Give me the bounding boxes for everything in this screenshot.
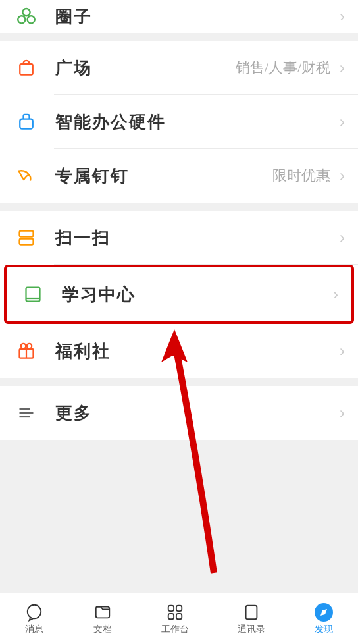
nav-label: 发现	[315, 624, 333, 635]
nav-discover[interactable]: 发现	[314, 603, 334, 635]
list-item-more[interactable]: 更多 ›	[0, 386, 358, 440]
item-label: 福利社	[55, 340, 340, 363]
section-1: 圈子 ›	[0, 0, 358, 33]
nav-contacts[interactable]: 通讯录	[238, 603, 265, 635]
item-label: 专属钉钉	[55, 165, 272, 188]
chevron-right-icon: ›	[340, 59, 345, 77]
grid-icon	[165, 603, 185, 622]
device-icon	[13, 109, 39, 135]
wing-icon	[13, 163, 39, 189]
bottom-nav: 消息 文档 工作台 通讯录 发现	[0, 593, 358, 644]
book-icon	[20, 281, 46, 308]
item-subtitle: 销售/人事/财税	[236, 58, 330, 78]
circles-icon	[13, 3, 39, 30]
list-item-scan[interactable]: 扫一扫 ›	[0, 211, 358, 265]
svg-point-12	[21, 344, 26, 349]
svg-point-1	[18, 16, 25, 23]
list-item-hardware[interactable]: 智能办公硬件 ›	[0, 95, 358, 149]
item-label: 智能办公硬件	[55, 111, 340, 134]
nav-label: 通讯录	[238, 624, 265, 635]
chevron-right-icon: ›	[340, 404, 345, 422]
svg-point-2	[28, 16, 35, 23]
list-item-circles[interactable]: 圈子 ›	[0, 0, 358, 33]
svg-point-13	[27, 344, 32, 349]
item-label: 扫一扫	[55, 227, 340, 250]
svg-point-0	[22, 9, 30, 16]
scan-icon	[13, 225, 39, 251]
nav-messages[interactable]: 消息	[24, 603, 44, 635]
message-icon	[24, 603, 44, 622]
contacts-icon	[242, 603, 261, 622]
svg-rect-3	[20, 64, 33, 75]
svg-rect-24	[176, 613, 182, 618]
svg-rect-5	[20, 231, 34, 237]
more-icon	[13, 400, 39, 426]
chevron-right-icon: ›	[340, 167, 345, 185]
highlight-box: 学习中心 ›	[4, 265, 354, 324]
gift-icon	[13, 338, 39, 364]
section-2: 广场 销售/人事/财税 › 智能办公硬件 › 专属钉钉 限时优惠 ›	[0, 41, 358, 203]
nav-label: 工作台	[161, 624, 189, 635]
list-item-learning[interactable]: 学习中心 ›	[7, 267, 351, 321]
svg-rect-4	[20, 119, 33, 129]
doc-icon	[93, 603, 113, 622]
chevron-right-icon: ›	[340, 342, 345, 360]
chevron-right-icon: ›	[340, 113, 345, 131]
section-3: 扫一扫 › 学习中心 › 福利社 ›	[0, 211, 358, 378]
discover-icon	[314, 603, 334, 622]
list-item-exclusive[interactable]: 专属钉钉 限时优惠 ›	[0, 149, 358, 203]
item-label: 学习中心	[62, 283, 333, 306]
svg-rect-23	[168, 613, 174, 618]
svg-rect-21	[168, 605, 174, 610]
nav-label: 消息	[25, 624, 43, 635]
chevron-right-icon: ›	[340, 7, 345, 26]
divider	[54, 264, 358, 265]
nav-docs[interactable]: 文档	[93, 603, 113, 635]
svg-rect-25	[246, 605, 257, 619]
chevron-right-icon: ›	[333, 285, 338, 304]
list-item-square[interactable]: 广场 销售/人事/财税 ›	[0, 41, 358, 95]
item-label: 广场	[55, 57, 236, 80]
nav-label: 文档	[93, 624, 112, 635]
bag-icon	[13, 55, 39, 81]
item-label: 圈子	[55, 5, 340, 28]
svg-point-19	[28, 604, 41, 618]
chevron-right-icon: ›	[340, 228, 345, 247]
svg-rect-7	[26, 288, 40, 302]
list-item-welfare[interactable]: 福利社 ›	[0, 324, 358, 378]
svg-rect-22	[176, 605, 182, 610]
item-label: 更多	[55, 402, 340, 425]
svg-rect-6	[20, 239, 34, 245]
section-4: 更多 ›	[0, 386, 358, 440]
item-subtitle: 限时优惠	[272, 166, 330, 186]
nav-workspace[interactable]: 工作台	[161, 603, 189, 635]
